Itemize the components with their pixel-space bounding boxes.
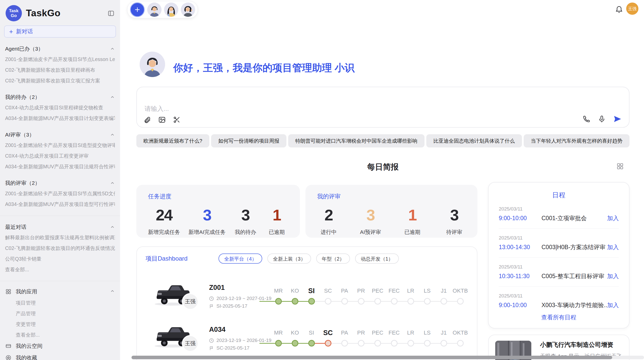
schedule-item[interactable]: 2025/03/11 9:00-10:00 C001-立项审批会 加入 — [489, 206, 629, 229]
schedule-item[interactable]: 2025/03/11 9:00-10:00 X003-车辆动力学性能验... 加… — [489, 293, 629, 309]
session-avatar-2[interactable] — [164, 3, 178, 17]
task-item[interactable]: Z001-全新燃油轻卡产品开发项目SI节点属性5D文件评审 — [5, 188, 115, 199]
stat: 3 我的待办 — [234, 206, 257, 236]
milestone-SC: SC — [320, 285, 336, 306]
app-sub-item[interactable]: 产品管理 — [5, 308, 115, 319]
horizontal-scrollbar-thumb[interactable] — [131, 356, 612, 359]
sidebar: Task Go TaskGo + 新对话 Agent已办（3）Z001-全新燃油… — [0, 0, 120, 360]
milestone-timeline: MR KO SI SC PA PR PEC FEC LR LS J1 — [270, 327, 469, 348]
dashboard-tab[interactable]: 年型（2） — [316, 253, 350, 264]
add-session-button[interactable] — [130, 2, 145, 17]
section-header-0[interactable]: Agent已办（3） — [5, 44, 115, 54]
app-sub-item[interactable]: 变更管理 — [5, 319, 115, 329]
session-avatar-3[interactable] — [181, 3, 195, 17]
chat-input-placeholder: 请输入... — [144, 104, 169, 113]
join-link[interactable]: 加入 — [607, 272, 619, 280]
briefing-layout-icon[interactable] — [617, 163, 624, 171]
divider — [499, 286, 619, 287]
user-avatar[interactable]: 王强 — [626, 3, 638, 15]
conversation-item[interactable]: 公司Q3轻卡销量 — [5, 253, 115, 264]
dashboard-tab[interactable]: 动总开发（1） — [355, 253, 399, 264]
event-date: 2025/03/11 — [499, 206, 619, 212]
image-icon[interactable] — [158, 116, 166, 124]
suggestion-chip[interactable]: 当下年轻人对汽车外观有怎样的喜好趋势 — [524, 134, 630, 147]
my-apps-header[interactable]: 我的应用 — [5, 286, 115, 297]
section-title: 最近对话 — [5, 223, 26, 231]
stat-label: 待评审 — [443, 229, 466, 236]
star-icon — [5, 355, 12, 360]
task-item[interactable]: A034-全新新能源MUV产品开发项目计划变更表编写 — [5, 113, 115, 124]
project-info: Z001 2023-12-19 ~ 2027-01-19 SI-2025-05-… — [209, 284, 269, 309]
view-all-schedule-link[interactable]: 查看所有日程 — [489, 313, 629, 321]
join-link[interactable]: 加入 — [607, 214, 619, 222]
task-item[interactable]: C02-飞腾新能源轻客改款项目里程碑画布 — [5, 65, 115, 75]
task-item[interactable]: C0X4-动力总成开发项目SI里程碑提交物检查 — [5, 102, 115, 113]
join-link[interactable]: 加入 — [607, 301, 619, 309]
chevron-up-icon — [110, 181, 115, 186]
chevron-up-icon — [110, 289, 115, 295]
stat: 3 新增AI完成任务 — [188, 206, 226, 236]
project-row[interactable]: 王强 A034 2023-12-19 ~ 2026-01-19 SC-2025-… — [137, 324, 477, 360]
horizontal-scrollbar-track[interactable] — [131, 356, 644, 359]
task-item[interactable]: A034-全新新能源MUV产品开发项目造型可行性评审 — [5, 199, 115, 209]
milestone-label: OKTB — [452, 327, 469, 338]
task-item[interactable]: C02-飞腾新能源轻客改款项目立项汇报方案 — [5, 75, 115, 86]
section-header-3[interactable]: 我的评审（2） — [5, 178, 115, 188]
milestone-PA: PA — [336, 327, 353, 348]
milestone-label: KO — [287, 285, 303, 296]
event-time: 10:30-11:30 — [499, 273, 541, 280]
task-item[interactable]: C0X4-动力总成开发项目工程变更评审 — [5, 151, 115, 161]
suggestion-chip[interactable]: 特朗普可能对进口汽车增税会对中国车企造成哪些影响 — [288, 134, 425, 147]
milestone-label: SC — [320, 327, 336, 338]
microphone-icon[interactable] — [598, 115, 606, 123]
project-row[interactable]: 王强 Z001 2023-12-19 ~ 2027-01-19 SI-2025-… — [137, 282, 477, 324]
milestone-label: PA — [336, 327, 353, 338]
phone-icon[interactable] — [583, 115, 590, 123]
app-sub-item[interactable]: 项目管理 — [5, 297, 115, 308]
milestone-dot — [441, 340, 447, 347]
app-sub-item[interactable]: 查看全部... — [5, 329, 115, 340]
milestone-dot — [341, 340, 348, 347]
schedule-item[interactable]: 2025/03/11 10:30-11:30 C005-整车工程目标评审 加入 — [489, 264, 629, 287]
task-item[interactable]: Z001-全新燃油皮卡产品开发项目SI节点Lesson Learn报告 — [5, 54, 115, 65]
milestone-SC: SC — [320, 327, 336, 348]
suggestion-chip[interactable]: 比亚迪全固态电池计划具体说了什么 — [426, 134, 522, 147]
dashboard-tab[interactable]: 全新平台（4） — [218, 253, 262, 264]
scissors-icon[interactable] — [173, 116, 181, 124]
milestone-dot — [308, 340, 315, 347]
join-link[interactable]: 加入 — [607, 243, 619, 251]
recent-view-all-link[interactable]: 查看全部... — [5, 264, 115, 275]
sidebar-collapse-icon[interactable] — [108, 10, 114, 17]
attachment-icon[interactable] — [143, 116, 151, 124]
recent-chats-header[interactable]: 最近对话 — [5, 222, 115, 232]
truck-photo: 王强 — [152, 324, 191, 349]
conversation-item[interactable]: 解释最新出台的欧盟报废车法规再生塑料比例被调至15%... — [5, 232, 115, 243]
divider — [0, 216, 120, 216]
milestone-LS: LS — [419, 327, 435, 348]
section-header-1[interactable]: 我的待办（2） — [5, 92, 115, 102]
session-avatar-1[interactable] — [147, 3, 162, 17]
task-item[interactable]: A034-全新新能源MUV产品开发项目法规符合性评审 — [5, 161, 115, 172]
stat: 3 AI预评审 — [359, 206, 382, 236]
sidebar-item-star[interactable]: 我的收藏 — [5, 352, 115, 360]
new-chat-button[interactable]: + 新对话 — [4, 25, 116, 38]
section-header-2[interactable]: AI评审（3） — [5, 130, 115, 140]
section-title: 我的评审（2） — [5, 179, 40, 187]
suggestion-chip[interactable]: 欧洲新规最近颁布了什么? — [136, 134, 209, 147]
sidebar-item-drive[interactable]: 我的云空间 — [5, 340, 115, 352]
notification-bell-icon[interactable] — [615, 5, 623, 15]
taskgo-logo: Task Go — [6, 5, 22, 21]
stat-value: 3 — [188, 206, 226, 224]
new-chat-label: 新对话 — [16, 28, 33, 35]
row-label: 我的收藏 — [16, 354, 37, 360]
flag-icon — [209, 304, 214, 309]
truck-photo: 王强 — [152, 282, 191, 307]
dashboard-tab[interactable]: 全新上装（3） — [267, 253, 311, 264]
suggestion-chip[interactable]: 如何写一份清晰的项目周报 — [211, 134, 286, 147]
task-item[interactable]: Z001-全新燃油轻卡产品开发项目SI造型提交物评审 — [5, 140, 115, 151]
plus-icon: + — [9, 29, 13, 34]
send-icon[interactable] — [613, 115, 621, 123]
schedule-item[interactable]: 2025/03/11 13:00-14:30 C003|H0B-方案冻结评审 加… — [489, 235, 629, 258]
chat-input-card[interactable]: 请输入... — [136, 87, 630, 128]
conversation-item[interactable]: C02-飞腾新能源轻客改款项目的闭环通告反馈情况 — [5, 243, 115, 253]
